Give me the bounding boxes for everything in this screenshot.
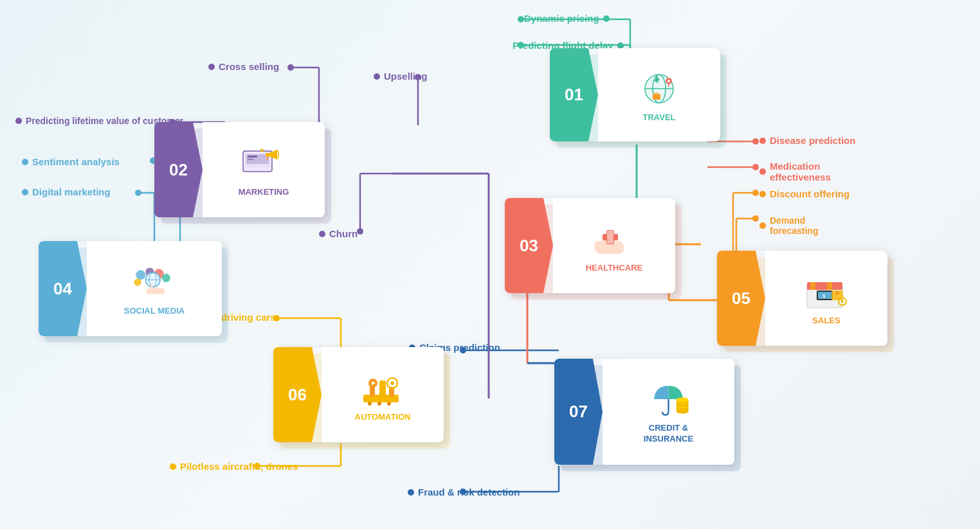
card-credit-insurance: 07 <box>554 359 734 465</box>
card-social-media: 04 <box>39 241 222 336</box>
card-01-label: TRAVEL <box>642 112 675 122</box>
travel-icon <box>633 68 685 110</box>
label-churn: Churn <box>315 228 358 239</box>
label-discount-offering: Discount offering <box>756 188 849 199</box>
card-05-label: SALES <box>812 316 840 325</box>
card-travel: 01 <box>550 48 720 141</box>
automation-icon <box>357 368 408 409</box>
card-01-number: 01 <box>565 85 583 105</box>
svg-point-76 <box>162 274 170 282</box>
label-demand-forecasting: Demandforecasting <box>756 215 818 236</box>
svg-rect-85 <box>835 282 840 290</box>
card-healthcare: 03 HEALTHCARE <box>505 198 675 293</box>
svg-point-92 <box>841 300 844 303</box>
card-marketing: 02 <box>154 122 325 217</box>
svg-point-100 <box>377 402 381 406</box>
label-cross-selling: Cross selling <box>204 61 279 72</box>
sentiment-dot <box>22 159 28 165</box>
label-fraud-risk: Fraud & risk detection <box>404 487 520 498</box>
churn-dot <box>319 231 325 237</box>
label-pilotless: Pilotless aircrafts, drones <box>166 461 298 472</box>
healthcare-icon <box>588 219 640 260</box>
svg-point-59 <box>667 80 670 82</box>
svg-point-75 <box>134 278 141 285</box>
svg-point-19 <box>135 190 141 196</box>
svg-rect-56 <box>653 94 660 100</box>
digital-marketing-dot <box>22 189 28 195</box>
label-digital-marketing: Digital marketing <box>18 186 111 197</box>
sales-icon: $ <box>801 271 852 313</box>
card-06-number: 06 <box>288 385 307 405</box>
svg-rect-83 <box>819 282 824 290</box>
label-dynamic-pricing: Dynamic pricing <box>524 13 613 24</box>
label-upselling: Upselling <box>370 71 428 82</box>
card-07-label: CREDIT &INSURANCE <box>644 423 693 445</box>
card-03-label: HEALTHCARE <box>586 263 643 273</box>
svg-rect-64 <box>248 156 257 157</box>
pilotless-dot <box>170 463 176 470</box>
discount-dot <box>759 191 766 197</box>
svg-rect-65 <box>248 159 254 160</box>
label-disease-prediction: Disease prediction <box>756 135 855 146</box>
card-sales: 05 $ <box>717 251 887 346</box>
medication-dot <box>759 168 766 175</box>
label-sentiment-analysis: Sentiment analysis <box>18 156 120 167</box>
svg-point-90 <box>835 291 839 295</box>
card-05-number: 05 <box>732 289 750 309</box>
svg-point-8 <box>287 64 294 71</box>
credit-insurance-icon <box>643 379 694 420</box>
main-canvas: 01 <box>0 0 980 529</box>
predicting-flight-dot <box>617 42 624 49</box>
svg-rect-84 <box>827 282 832 290</box>
card-07-number: 07 <box>569 402 588 422</box>
svg-point-2 <box>518 16 524 22</box>
dynamic-pricing-dot <box>603 15 610 22</box>
svg-point-101 <box>387 402 391 406</box>
cross-selling-dot <box>208 64 215 70</box>
svg-rect-71 <box>607 231 613 244</box>
svg-rect-82 <box>810 282 815 290</box>
fraud-dot <box>408 489 414 496</box>
svg-rect-57 <box>655 93 658 94</box>
svg-point-22 <box>357 228 363 235</box>
card-04-label: SOCIAL MEDIA <box>124 306 185 316</box>
card-04-number: 04 <box>53 279 72 299</box>
svg-rect-95 <box>379 381 386 397</box>
card-02-label: MARKETING <box>239 187 289 197</box>
svg-rect-66 <box>266 153 269 156</box>
card-automation: 06 <box>273 347 444 442</box>
disease-prediction-dot <box>759 138 766 144</box>
svg-text:★: ★ <box>259 147 265 154</box>
marketing-icon: ★ <box>238 143 289 184</box>
svg-point-98 <box>390 381 394 385</box>
svg-point-111 <box>676 397 688 402</box>
predicting-lifetime-dot <box>15 118 22 124</box>
social-media-icon <box>129 262 180 303</box>
demand-dot <box>759 222 766 229</box>
svg-text:$: $ <box>822 293 826 299</box>
svg-point-99 <box>368 402 372 406</box>
card-03-number: 03 <box>520 236 538 256</box>
card-06-label: AUTOMATION <box>355 412 411 422</box>
svg-point-72 <box>136 270 145 280</box>
label-medication-effectiveness: Medicationeffectiveness <box>756 161 831 183</box>
upselling-dot <box>374 73 380 80</box>
card-02-number: 02 <box>169 160 188 180</box>
